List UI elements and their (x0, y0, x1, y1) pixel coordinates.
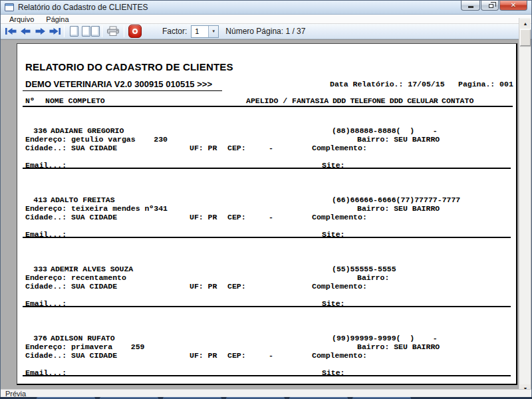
last-page-icon (49, 27, 61, 36)
cidade-field: Cidade..:SUA CIDADE (25, 282, 117, 291)
client-name: ADEMIR ALVES SOUZA (51, 265, 133, 273)
first-page-button[interactable] (3, 25, 18, 38)
cep-field: CEP: - (227, 351, 273, 360)
first-page-icon (5, 27, 17, 36)
uf-field: UF:PR (190, 144, 217, 152)
complemento-field: Complemento: (312, 213, 372, 221)
stop-icon (128, 25, 142, 38)
cidade-field: Cidade..:SUA CIDADE (25, 213, 117, 221)
two-page-icon (82, 26, 100, 37)
complemento-field: Complemento: (312, 351, 372, 360)
toolbar-separator (102, 25, 102, 37)
two-page-view-button[interactable] (81, 25, 100, 38)
restore-button[interactable] (481, 1, 499, 11)
menu-pagina[interactable]: Página (41, 15, 73, 23)
client-number: 413 (25, 196, 47, 204)
previous-page-button[interactable] (18, 25, 33, 38)
close-icon: ✕ (511, 2, 516, 9)
cep-field: CEP: - (227, 144, 273, 152)
print-button[interactable] (104, 25, 122, 38)
client-record: 413 ADALTO FREITAS (66)66666-6666(77)777… (17, 196, 516, 239)
factor-select[interactable]: 1 ▼ (191, 25, 219, 38)
next-page-button[interactable] (33, 25, 47, 38)
screen: Relatório do Cadastro de CLIENTES ✕ Arqu… (0, 0, 532, 399)
next-page-icon (35, 27, 46, 36)
toolbar: Factor: 1 ▼ Número Página: 1 / 37 (1, 24, 531, 39)
close-report-button[interactable] (126, 25, 144, 38)
minimize-icon (468, 6, 473, 8)
toolbar-separator (124, 25, 124, 37)
window-controls: ✕ (461, 1, 527, 11)
titlebar: Relatório do Cadastro de CLIENTES ✕ (1, 1, 531, 15)
factor-label: Factor: (162, 27, 187, 36)
column-telefones: DDD TELEFONE DDD CELULAR (332, 96, 438, 105)
uf-field: UF:PR (190, 213, 217, 221)
bairro-field: Bairro:SEU BAIRRO (357, 204, 440, 213)
restore-icon (489, 4, 493, 8)
column-contato: CONTATO (442, 96, 473, 105)
address-field: Endereço:recentamento (25, 273, 126, 282)
uf-field: UF:PR (190, 351, 217, 360)
column-apelido: APELIDO / FANTASIA (246, 96, 329, 105)
report-page: RELATORIO DO CADASTRO DE CLIENTES DEMO V… (17, 43, 517, 385)
printer-icon (106, 26, 120, 37)
column-header-row: Nº NOME COMPLETO APELIDO / FANTASIA DDD … (17, 44, 516, 104)
client-phones: (55)55555-5555 (332, 265, 396, 273)
page-number-info: Número Página: 1 / 37 (225, 27, 305, 36)
window-title: Relatório do Cadastro de CLIENTES (18, 3, 148, 12)
address-field: Endereço:primavera 259 (25, 342, 144, 351)
client-record: 336 ADAIANE GREGORIO (88)88888-8888( ) -… (17, 126, 516, 170)
report-title: RELATORIO DO CADASTRO DE CLIENTES (25, 61, 233, 72)
toolbar-separator (64, 25, 65, 37)
last-page-button[interactable] (47, 25, 62, 38)
report-date: Data Relatório.: 17/05/15 (330, 80, 445, 88)
cep-field: CEP: - (227, 213, 273, 221)
client-number: 336 (25, 126, 47, 135)
column-num: Nº (25, 96, 35, 105)
record-separator (23, 237, 511, 238)
header-rule (23, 106, 513, 107)
scrollbar-thumb[interactable] (520, 29, 531, 46)
client-phones: (99)99999-9999( ) - (332, 334, 438, 342)
factor-value: 1 (192, 26, 208, 37)
bairro-field: Bairro: (357, 273, 394, 282)
chevron-down-icon[interactable]: ▼ (208, 26, 218, 37)
records: 336 ADAIANE GREGORIO (88)88888-8888( ) -… (17, 109, 516, 385)
client-number: 333 (25, 265, 47, 273)
single-page-view-button[interactable] (66, 25, 81, 38)
client-record: 333 ADEMIR ALVES SOUZA (55)55555-5555 En… (17, 265, 516, 308)
bairro-field: Bairro:SEU BAIRRO (357, 135, 440, 144)
record-separator (23, 168, 511, 169)
report-company-line: DEMO VETERINARIA V2.0 300915 010515 >>> (25, 79, 212, 89)
vertical-scrollbar[interactable]: ▲ ▼ (519, 18, 531, 394)
scroll-up-icon[interactable]: ▲ (520, 19, 531, 28)
close-button[interactable]: ✕ (499, 1, 527, 11)
previous-page-icon (20, 27, 31, 36)
menu-arquivo[interactable]: Arquivo (5, 15, 39, 23)
bairro-field: Bairro:SEU BAIRRO (357, 342, 440, 351)
preview-area: RELATORIO DO CADASTRO DE CLIENTES DEMO V… (1, 39, 531, 389)
single-page-icon (70, 26, 78, 37)
client-name: ADAIANE GREGORIO (51, 126, 124, 135)
complemento-field: Complemento: (312, 144, 372, 152)
minimize-button[interactable] (461, 1, 480, 11)
complemento-field: Complemento: (312, 282, 372, 291)
client-record: 376 ADILSON RUFATO (99)99999-9999( ) - E… (17, 334, 516, 377)
column-nome: NOME COMPLETO (45, 96, 105, 105)
client-name: ADALTO FREITAS (51, 196, 115, 204)
address-field: Endereço:getulio vargas 230 (25, 135, 168, 144)
client-phones: (66)66666-6666(77)77777-7777 (332, 196, 460, 204)
uf-field: UF:PR (190, 282, 217, 291)
cidade-field: Cidade..:SUA CIDADE (25, 351, 117, 360)
menubar: Arquivo Página (1, 15, 531, 24)
address-field: Endereço:teixeira mendes nº341 (25, 204, 168, 213)
client-name: ADILSON RUFATO (51, 334, 115, 342)
subtitle-rule (23, 90, 222, 91)
cidade-field: Cidade..:SUA CIDADE (25, 144, 117, 152)
cep-field: CEP: (227, 282, 251, 291)
app-icon (5, 3, 14, 11)
report-page-number: Pagina.: 001 (458, 80, 513, 88)
report-preview-window: Relatório do Cadastro de CLIENTES ✕ Arqu… (0, 0, 532, 397)
record-separator (23, 375, 511, 376)
record-separator (23, 306, 511, 307)
